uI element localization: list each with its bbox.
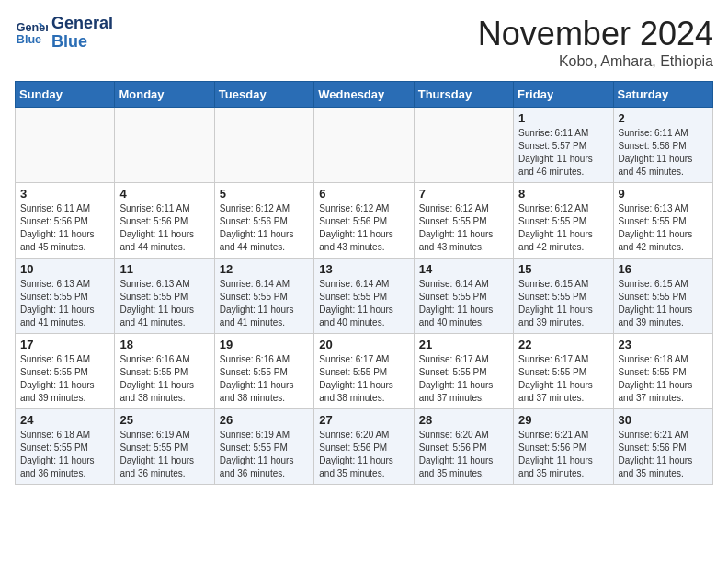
day-number: 28 — [419, 413, 508, 427]
weekday-header-row: SundayMondayTuesdayWednesdayThursdayFrid… — [16, 82, 713, 108]
day-number: 21 — [419, 338, 508, 351]
calendar-cell: 22Sunrise: 6:17 AM Sunset: 5:55 PM Dayli… — [514, 334, 613, 409]
day-number: 10 — [20, 262, 109, 276]
day-detail: Sunrise: 6:20 AM Sunset: 5:56 PM Dayligh… — [319, 429, 408, 480]
day-detail: Sunrise: 6:12 AM Sunset: 5:55 PM Dayligh… — [419, 202, 508, 254]
day-detail: Sunrise: 6:17 AM Sunset: 5:55 PM Dayligh… — [518, 353, 608, 405]
week-row-3: 17Sunrise: 6:15 AM Sunset: 5:55 PM Dayli… — [16, 334, 713, 409]
calendar-cell: 2Sunrise: 6:11 AM Sunset: 5:56 PM Daylig… — [613, 108, 712, 183]
calendar-cell: 4Sunrise: 6:11 AM Sunset: 5:56 PM Daylig… — [115, 183, 214, 259]
day-number: 12 — [220, 262, 309, 276]
day-number: 20 — [319, 338, 408, 351]
calendar-cell: 20Sunrise: 6:17 AM Sunset: 5:55 PM Dayli… — [314, 334, 414, 409]
calendar-cell: 7Sunrise: 6:12 AM Sunset: 5:55 PM Daylig… — [414, 183, 513, 259]
calendar-cell — [16, 108, 115, 183]
day-number: 25 — [119, 413, 209, 427]
weekday-header-wednesday: Wednesday — [314, 82, 414, 108]
day-detail: Sunrise: 6:21 AM Sunset: 5:56 PM Dayligh… — [619, 429, 708, 480]
day-detail: Sunrise: 6:12 AM Sunset: 5:56 PM Dayligh… — [220, 202, 309, 254]
day-number: 14 — [419, 262, 508, 276]
week-row-2: 10Sunrise: 6:13 AM Sunset: 5:55 PM Dayli… — [16, 259, 713, 334]
week-row-4: 24Sunrise: 6:18 AM Sunset: 5:55 PM Dayli… — [16, 409, 713, 485]
calendar-cell: 14Sunrise: 6:14 AM Sunset: 5:55 PM Dayli… — [414, 259, 513, 334]
calendar-cell: 12Sunrise: 6:14 AM Sunset: 5:55 PM Dayli… — [214, 259, 313, 334]
day-detail: Sunrise: 6:15 AM Sunset: 5:55 PM Dayligh… — [518, 278, 608, 329]
weekday-header-friday: Friday — [514, 82, 613, 108]
weekday-header-thursday: Thursday — [414, 82, 513, 108]
calendar-cell: 17Sunrise: 6:15 AM Sunset: 5:55 PM Dayli… — [16, 334, 115, 409]
day-number: 16 — [619, 262, 708, 276]
calendar-cell: 10Sunrise: 6:13 AM Sunset: 5:55 PM Dayli… — [16, 259, 115, 334]
day-number: 5 — [220, 187, 309, 201]
day-detail: Sunrise: 6:17 AM Sunset: 5:55 PM Dayligh… — [319, 353, 408, 405]
day-number: 3 — [20, 187, 109, 201]
day-number: 19 — [220, 338, 309, 351]
day-detail: Sunrise: 6:11 AM Sunset: 5:57 PM Dayligh… — [518, 127, 608, 178]
logo: General Blue General Blue — [15, 15, 113, 52]
day-detail: Sunrise: 6:14 AM Sunset: 5:55 PM Dayligh… — [419, 278, 508, 329]
day-detail: Sunrise: 6:20 AM Sunset: 5:56 PM Dayligh… — [419, 429, 508, 480]
day-number: 9 — [619, 187, 708, 201]
day-number: 13 — [319, 262, 408, 276]
week-row-0: 1Sunrise: 6:11 AM Sunset: 5:57 PM Daylig… — [16, 108, 713, 183]
month-title: November 2024 — [478, 15, 713, 53]
day-number: 11 — [119, 262, 209, 276]
logo-icon: General Blue — [15, 17, 48, 50]
calendar-cell — [214, 108, 313, 183]
day-number: 26 — [220, 413, 309, 427]
day-detail: Sunrise: 6:16 AM Sunset: 5:55 PM Dayligh… — [119, 353, 209, 405]
day-detail: Sunrise: 6:13 AM Sunset: 5:55 PM Dayligh… — [119, 278, 209, 329]
weekday-header-monday: Monday — [115, 82, 214, 108]
weekday-header-sunday: Sunday — [16, 82, 115, 108]
day-detail: Sunrise: 6:11 AM Sunset: 5:56 PM Dayligh… — [119, 202, 209, 254]
calendar-cell: 11Sunrise: 6:13 AM Sunset: 5:55 PM Dayli… — [115, 259, 214, 334]
day-number: 15 — [518, 262, 608, 276]
day-number: 24 — [20, 413, 109, 427]
calendar-cell: 25Sunrise: 6:19 AM Sunset: 5:55 PM Dayli… — [115, 409, 214, 485]
calendar-cell: 3Sunrise: 6:11 AM Sunset: 5:56 PM Daylig… — [16, 183, 115, 259]
day-detail: Sunrise: 6:14 AM Sunset: 5:55 PM Dayligh… — [319, 278, 408, 329]
calendar-cell: 18Sunrise: 6:16 AM Sunset: 5:55 PM Dayli… — [115, 334, 214, 409]
calendar-cell — [414, 108, 513, 183]
day-detail: Sunrise: 6:19 AM Sunset: 5:55 PM Dayligh… — [119, 429, 209, 480]
day-detail: Sunrise: 6:21 AM Sunset: 5:56 PM Dayligh… — [518, 429, 608, 480]
day-number: 30 — [619, 413, 708, 427]
logo-line2: Blue — [51, 33, 113, 52]
calendar-cell: 9Sunrise: 6:13 AM Sunset: 5:55 PM Daylig… — [613, 183, 712, 259]
day-number: 27 — [319, 413, 408, 427]
day-detail: Sunrise: 6:16 AM Sunset: 5:55 PM Dayligh… — [220, 353, 309, 405]
day-number: 4 — [119, 187, 209, 201]
calendar-cell: 6Sunrise: 6:12 AM Sunset: 5:56 PM Daylig… — [314, 183, 414, 259]
day-number: 17 — [20, 338, 109, 351]
calendar-cell: 29Sunrise: 6:21 AM Sunset: 5:56 PM Dayli… — [514, 409, 613, 485]
calendar-cell — [314, 108, 414, 183]
day-number: 1 — [518, 111, 608, 125]
title-block: November 2024 Kobo, Amhara, Ethiopia — [478, 15, 713, 70]
calendar-cell: 24Sunrise: 6:18 AM Sunset: 5:55 PM Dayli… — [16, 409, 115, 485]
logo-text: General Blue — [51, 15, 113, 52]
calendar-cell — [115, 108, 214, 183]
calendar-cell: 8Sunrise: 6:12 AM Sunset: 5:55 PM Daylig… — [514, 183, 613, 259]
day-detail: Sunrise: 6:11 AM Sunset: 5:56 PM Dayligh… — [619, 127, 708, 178]
calendar-cell: 21Sunrise: 6:17 AM Sunset: 5:55 PM Dayli… — [414, 334, 513, 409]
day-detail: Sunrise: 6:18 AM Sunset: 5:55 PM Dayligh… — [20, 429, 109, 480]
calendar-cell: 27Sunrise: 6:20 AM Sunset: 5:56 PM Dayli… — [314, 409, 414, 485]
svg-text:Blue: Blue — [17, 33, 41, 46]
day-number: 29 — [518, 413, 608, 427]
day-detail: Sunrise: 6:13 AM Sunset: 5:55 PM Dayligh… — [20, 278, 109, 329]
calendar-cell: 16Sunrise: 6:15 AM Sunset: 5:55 PM Dayli… — [613, 259, 712, 334]
day-detail: Sunrise: 6:11 AM Sunset: 5:56 PM Dayligh… — [20, 202, 109, 254]
calendar-cell: 28Sunrise: 6:20 AM Sunset: 5:56 PM Dayli… — [414, 409, 513, 485]
day-detail: Sunrise: 6:18 AM Sunset: 5:55 PM Dayligh… — [619, 353, 708, 405]
calendar-cell: 1Sunrise: 6:11 AM Sunset: 5:57 PM Daylig… — [514, 108, 613, 183]
weekday-header-tuesday: Tuesday — [214, 82, 313, 108]
day-detail: Sunrise: 6:13 AM Sunset: 5:55 PM Dayligh… — [619, 202, 708, 254]
calendar-cell: 19Sunrise: 6:16 AM Sunset: 5:55 PM Dayli… — [214, 334, 313, 409]
calendar-cell: 5Sunrise: 6:12 AM Sunset: 5:56 PM Daylig… — [214, 183, 313, 259]
weekday-header-saturday: Saturday — [613, 82, 712, 108]
calendar-cell: 13Sunrise: 6:14 AM Sunset: 5:55 PM Dayli… — [314, 259, 414, 334]
day-detail: Sunrise: 6:17 AM Sunset: 5:55 PM Dayligh… — [419, 353, 508, 405]
day-detail: Sunrise: 6:15 AM Sunset: 5:55 PM Dayligh… — [20, 353, 109, 405]
week-row-1: 3Sunrise: 6:11 AM Sunset: 5:56 PM Daylig… — [16, 183, 713, 259]
calendar-table: SundayMondayTuesdayWednesdayThursdayFrid… — [15, 81, 713, 485]
